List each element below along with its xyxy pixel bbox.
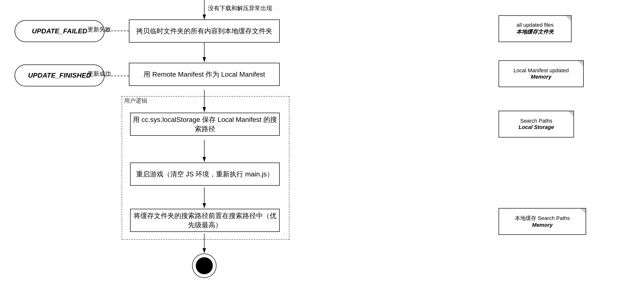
label-update-failed: 更新失败 (88, 26, 111, 33)
doc-local-manifest: Local Manifest updated Memory (498, 60, 584, 87)
doc3-line2: Local Storage (518, 124, 554, 130)
doc2-line2: Memory (531, 74, 551, 80)
box-restart: 重启游戏（清空 JS 环境，重新执行 main.js） (130, 163, 280, 186)
doc1-line2: 本地缓存文件夹 (516, 28, 554, 36)
end-circle (192, 253, 216, 278)
doc4-line2: Memory (532, 222, 552, 228)
box-prepend-search: 将缓存文件夹的搜索路径前置在搜索路径中（优先级最高） (130, 209, 280, 232)
label-update-success: 更新成功 (88, 70, 111, 78)
box-copy-temp: 拷贝临时文件夹的所有内容到本地缓存文件夹 (129, 20, 280, 43)
doc3-line1: Search Paths (520, 118, 552, 124)
doc-cache-search-paths: 本地缓存 Search Paths Memory (498, 208, 586, 235)
doc-search-paths: Search Paths Local Storage (498, 111, 574, 137)
label-no-download: 没有下载和解压异常出现 (208, 5, 272, 12)
doc4-line1: 本地缓存 Search Paths (515, 215, 570, 222)
svg-arrows (0, 0, 644, 292)
box-save-search: 用 cc.sys.localStorage 保存 Local Manifest … (130, 113, 280, 136)
region-label: 用户逻辑 (124, 97, 148, 105)
diagram-container: 没有下载和解压异常出现 拷贝临时文件夹的所有内容到本地缓存文件夹 UPDATE_… (0, 0, 644, 292)
end-circle-inner (196, 257, 213, 274)
doc2-line1: Local Manifest updated (514, 67, 569, 74)
doc1-line1: all updated files (516, 22, 554, 28)
doc-all-updated: all updated files 本地缓存文件夹 (498, 15, 572, 42)
box-use-remote: 用 Remote Manifest 作为 Local Manifest (129, 63, 280, 86)
